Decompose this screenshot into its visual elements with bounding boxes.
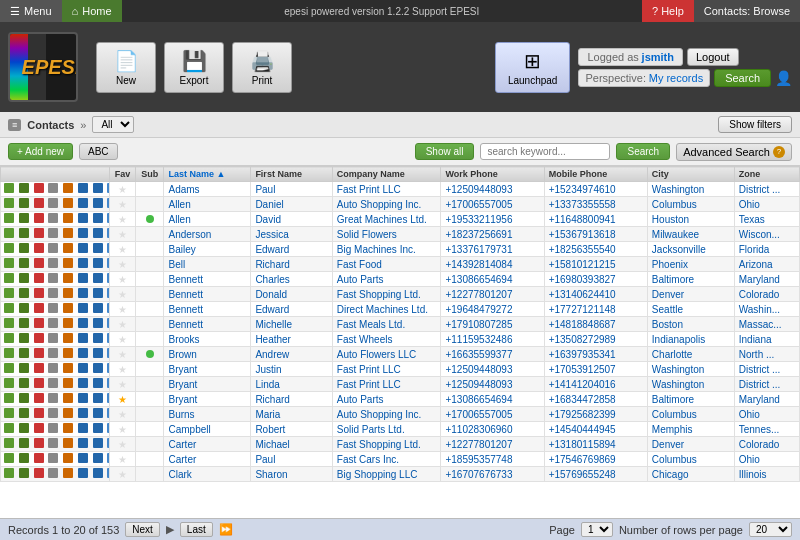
row-first-name[interactable]: Donald [251, 287, 332, 302]
view-icon[interactable] [19, 453, 29, 463]
edit-icon[interactable] [4, 213, 14, 223]
row-work-phone[interactable]: +16635599377 [441, 347, 544, 362]
row-work-phone[interactable]: +13086654694 [441, 272, 544, 287]
row-zone[interactable]: District ... [734, 362, 799, 377]
row-zone[interactable]: District ... [734, 182, 799, 197]
row-company-name[interactable]: Fast Shopping Ltd. [332, 287, 441, 302]
row-mobile-phone[interactable]: +15367913618 [544, 227, 647, 242]
phone-icon[interactable] [78, 333, 88, 343]
calendar-icon[interactable] [48, 348, 58, 358]
delete-icon[interactable] [34, 288, 44, 298]
row-mobile-phone[interactable]: +13373355558 [544, 197, 647, 212]
row-fav[interactable]: ★ [109, 287, 136, 302]
star-icon[interactable]: ★ [118, 229, 127, 240]
mail-icon[interactable] [63, 348, 73, 358]
view-icon[interactable] [19, 198, 29, 208]
mail-icon[interactable] [63, 408, 73, 418]
row-last-name[interactable]: Bell [164, 257, 251, 272]
phone-icon[interactable] [78, 273, 88, 283]
chart-icon[interactable] [93, 303, 103, 313]
calendar-icon[interactable] [48, 333, 58, 343]
row-first-name[interactable]: Richard [251, 257, 332, 272]
row-mobile-phone[interactable]: +14540444945 [544, 422, 647, 437]
delete-icon[interactable] [34, 378, 44, 388]
phone-icon[interactable] [78, 468, 88, 478]
calendar-icon[interactable] [48, 198, 58, 208]
view-icon[interactable] [19, 423, 29, 433]
row-last-name[interactable]: Campbell [164, 422, 251, 437]
phone-icon[interactable] [78, 303, 88, 313]
col-mobile-phone[interactable]: Mobile Phone [544, 167, 647, 182]
chart-icon[interactable] [93, 348, 103, 358]
row-last-name[interactable]: Carter [164, 437, 251, 452]
row-zone[interactable]: District ... [734, 377, 799, 392]
row-first-name[interactable]: Richard [251, 392, 332, 407]
delete-icon[interactable] [34, 363, 44, 373]
mail-icon[interactable] [63, 393, 73, 403]
row-mobile-phone[interactable]: +16834472858 [544, 392, 647, 407]
star-icon[interactable]: ★ [118, 259, 127, 270]
row-work-phone[interactable]: +11028306960 [441, 422, 544, 437]
search-button[interactable]: Search [616, 143, 670, 160]
calendar-icon[interactable] [48, 288, 58, 298]
row-sub[interactable] [136, 437, 164, 452]
star-icon[interactable]: ★ [118, 394, 127, 405]
show-filters-button[interactable]: Show filters [718, 116, 792, 133]
row-first-name[interactable]: David [251, 212, 332, 227]
edit-icon[interactable] [4, 258, 14, 268]
view-icon[interactable] [19, 258, 29, 268]
mail-icon[interactable] [63, 183, 73, 193]
row-mobile-phone[interactable]: +13140624410 [544, 287, 647, 302]
row-mobile-phone[interactable]: +15234974610 [544, 182, 647, 197]
star-icon[interactable]: ★ [118, 439, 127, 450]
edit-icon[interactable] [4, 408, 14, 418]
phone-icon[interactable] [78, 408, 88, 418]
last-button[interactable]: Last [180, 522, 213, 537]
view-icon[interactable] [19, 438, 29, 448]
delete-icon[interactable] [34, 423, 44, 433]
row-mobile-phone[interactable]: +15769655248 [544, 467, 647, 482]
row-fav[interactable]: ★ [109, 227, 136, 242]
view-icon[interactable] [19, 378, 29, 388]
view-icon[interactable] [19, 213, 29, 223]
abc-button[interactable]: ABC [79, 143, 118, 160]
row-work-phone[interactable]: +12277801207 [441, 287, 544, 302]
row-company-name[interactable]: Great Machines Ltd. [332, 212, 441, 227]
delete-icon[interactable] [34, 408, 44, 418]
row-city[interactable]: Columbus [647, 452, 734, 467]
row-zone[interactable]: Massac... [734, 317, 799, 332]
row-fav[interactable]: ★ [109, 437, 136, 452]
edit-icon[interactable] [4, 273, 14, 283]
show-all-button[interactable]: Show all [415, 143, 475, 160]
row-mobile-phone[interactable]: +17727121148 [544, 302, 647, 317]
delete-icon[interactable] [34, 213, 44, 223]
delete-icon[interactable] [34, 273, 44, 283]
row-last-name[interactable]: Bennett [164, 302, 251, 317]
row-work-phone[interactable]: +12509448093 [441, 362, 544, 377]
mail-icon[interactable] [63, 273, 73, 283]
row-last-name[interactable]: Clark [164, 467, 251, 482]
row-city[interactable]: Milwaukee [647, 227, 734, 242]
view-icon[interactable] [19, 393, 29, 403]
view-icon[interactable] [19, 318, 29, 328]
row-work-phone[interactable]: +19648479272 [441, 302, 544, 317]
row-first-name[interactable]: Justin [251, 362, 332, 377]
row-zone[interactable]: Florida [734, 242, 799, 257]
row-first-name[interactable]: Sharon [251, 467, 332, 482]
col-city[interactable]: City [647, 167, 734, 182]
row-fav[interactable]: ★ [109, 242, 136, 257]
row-sub[interactable] [136, 197, 164, 212]
row-first-name[interactable]: Linda [251, 377, 332, 392]
row-zone[interactable]: Ohio [734, 197, 799, 212]
row-sub[interactable] [136, 422, 164, 437]
row-mobile-phone[interactable]: +15810121215 [544, 257, 647, 272]
row-fav[interactable]: ★ [109, 407, 136, 422]
col-company[interactable]: Company Name [332, 167, 441, 182]
row-actions[interactable] [1, 302, 110, 317]
row-first-name[interactable]: Charles [251, 272, 332, 287]
row-actions[interactable] [1, 407, 110, 422]
row-first-name[interactable]: Edward [251, 242, 332, 257]
delete-icon[interactable] [34, 468, 44, 478]
row-work-phone[interactable]: +18595357748 [441, 452, 544, 467]
edit-icon[interactable] [4, 423, 14, 433]
